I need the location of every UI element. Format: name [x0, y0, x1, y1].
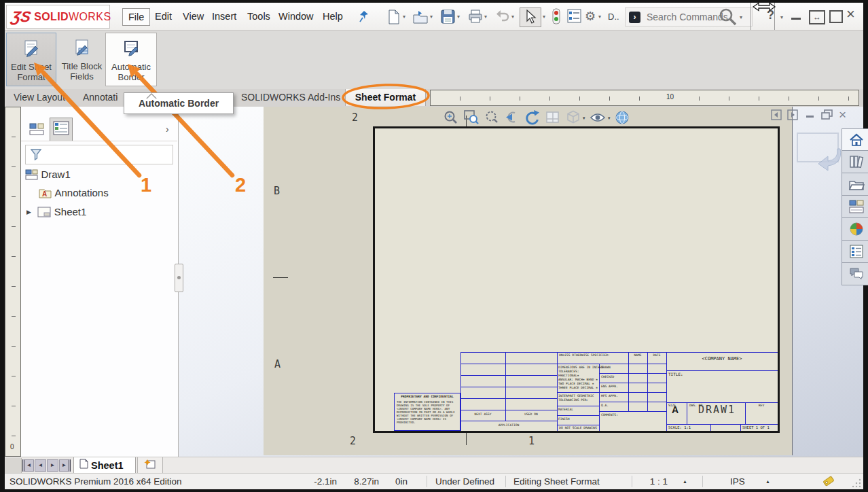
gear-caret-icon[interactable]: ▾ — [598, 14, 601, 20]
close-icon[interactable]: × — [846, 5, 855, 23]
tab-annotation[interactable]: Annotation — [76, 89, 118, 106]
edit-sheet-format-button[interactable]: Edit SheetFormat — [6, 33, 56, 86]
maximize-icon[interactable] — [829, 10, 843, 23]
feature-manager-panel: › Draw1 A Annotations ▶ Sheet1 — [21, 107, 179, 457]
menu-file[interactable]: File — [122, 8, 150, 26]
search-caret-icon[interactable]: ▾ — [740, 14, 742, 20]
taskpane-design-library-icon[interactable] — [842, 151, 868, 173]
drawing-sheet[interactable]: UNLESS OTHERWISE SPECIFIED: NAME DATE DI… — [373, 126, 780, 433]
tag-icon[interactable] — [822, 475, 835, 489]
menu-tools[interactable]: Tools — [242, 8, 276, 24]
save-caret-icon[interactable]: ▾ — [457, 14, 460, 20]
edit-sheet-format-label-2: Format — [17, 72, 45, 82]
drawing-viewport[interactable]: 2 B B A A 2 1 — [264, 107, 793, 455]
tb-checked: CHECKED — [601, 375, 614, 379]
zoom-to-fit-icon[interactable] — [443, 109, 459, 128]
previous-document-icon[interactable] — [771, 109, 782, 123]
first-sheet-button[interactable]: ◄ — [22, 459, 34, 472]
doc-minimize-icon[interactable] — [806, 116, 814, 118]
status-y-coordinate: 8.27in — [345, 476, 379, 487]
taskpane-view-palette-icon[interactable] — [842, 196, 868, 218]
status-scale-value[interactable]: 1 : 1 — [642, 476, 676, 487]
help-caret-icon[interactable]: ▾ — [780, 14, 783, 20]
tab-view-layout[interactable]: View Layout — [7, 89, 72, 106]
expand-window-icon[interactable]: ↔ — [809, 10, 825, 24]
add-sheet-icon — [144, 459, 156, 472]
next-document-icon[interactable] — [787, 109, 798, 123]
tb-line — [460, 410, 557, 410]
search-input[interactable] — [645, 11, 729, 23]
evaluate-list-icon[interactable] — [567, 9, 581, 26]
tree-item-annotations[interactable]: A Annotations — [39, 187, 109, 201]
tree-filter-bar[interactable] — [25, 145, 173, 164]
tab-sheet-format[interactable]: Sheet Format — [345, 89, 426, 106]
taskpane-file-explorer-icon[interactable] — [842, 173, 868, 196]
feature-tree-tab-icon[interactable] — [26, 120, 47, 141]
tb-title-label: TITLE: — [668, 372, 683, 376]
next-sheet-button[interactable]: ► — [47, 459, 58, 472]
panel-expand-chevron-icon[interactable]: › — [166, 124, 169, 135]
automatic-border-button[interactable]: AutomaticBorder — [105, 33, 157, 86]
previous-sheet-button[interactable]: ◄ — [35, 459, 46, 472]
display-style-caret-icon[interactable]: ▾ — [583, 116, 585, 121]
new-document-icon[interactable] — [387, 10, 401, 27]
search-magnifier-icon[interactable] — [718, 7, 738, 30]
rotate-view-icon[interactable] — [524, 109, 541, 128]
taskpane-appearances-icon[interactable] — [842, 218, 868, 241]
expander-icon[interactable]: ▶ — [26, 209, 31, 215]
open-icon[interactable] — [413, 10, 428, 27]
apply-scene-icon[interactable] — [614, 109, 630, 128]
doc-close-icon[interactable]: × — [839, 107, 846, 122]
units-dropdown-icon[interactable]: ▲ — [765, 479, 770, 484]
mouse-cursor-resize-icon — [752, 1, 776, 16]
tree-item-draw1[interactable]: Draw1 — [25, 169, 71, 183]
select-tool-button[interactable] — [520, 7, 541, 27]
menu-window[interactable]: Window — [273, 8, 319, 24]
hide-show-caret-icon[interactable]: ▾ — [608, 116, 611, 121]
more-commands-label[interactable]: D.. — [608, 12, 619, 22]
taskpane-home-icon[interactable] — [842, 128, 868, 151]
print-caret-icon[interactable]: ▾ — [484, 14, 487, 20]
gear-icon[interactable]: ⚙ — [585, 9, 596, 24]
title-block-fields-button[interactable]: Title BlockFields — [60, 33, 104, 85]
select-caret-icon[interactable]: ▾ — [543, 14, 545, 20]
tree-item-sheet1-label: Sheet1 — [54, 206, 87, 217]
save-icon[interactable] — [441, 10, 455, 27]
undo-icon[interactable] — [495, 10, 510, 26]
logo-text: SOLIDWORKS — [34, 11, 111, 23]
property-manager-tab-icon[interactable] — [50, 118, 73, 141]
ruler-h-label: 10 — [665, 93, 675, 101]
taskpane-forum-icon[interactable] — [842, 263, 868, 285]
zoom-to-selection-icon[interactable] — [484, 109, 500, 128]
filter-funnel-icon — [30, 148, 42, 163]
traffic-light-icon[interactable] — [552, 8, 560, 27]
hide-show-items-icon[interactable] — [590, 109, 606, 128]
zone-label-left-a: A — [274, 358, 281, 370]
minimize-icon[interactable] — [791, 18, 801, 20]
edit-sheet-format-icon — [22, 39, 40, 60]
zoom-to-area-icon[interactable] — [463, 109, 480, 128]
scale-dropdown-icon[interactable]: ▲ — [683, 479, 687, 484]
resize-grip[interactable] — [852, 478, 862, 489]
status-units-value[interactable]: IPS — [730, 476, 745, 487]
tb-tol-5: TWO PLACE DECIMAL ± — [558, 382, 594, 386]
menu-insert[interactable]: Insert — [206, 8, 242, 24]
new-caret-icon[interactable]: ▾ — [403, 14, 405, 20]
menu-help[interactable]: Help — [317, 8, 348, 24]
doc-restore-icon[interactable] — [821, 109, 833, 123]
last-sheet-button[interactable]: ► — [59, 459, 71, 472]
menu-view[interactable]: View — [177, 8, 209, 24]
panel-splitter-handle[interactable] — [175, 264, 183, 292]
pin-icon[interactable] — [358, 10, 370, 26]
add-sheet-tab[interactable] — [137, 457, 163, 474]
tb-tol-2: TOLERANCES: — [558, 370, 579, 374]
print-icon[interactable] — [468, 10, 483, 27]
open-caret-icon[interactable]: ▾ — [430, 14, 433, 20]
menu-edit[interactable]: Edit — [149, 8, 177, 24]
tab-solidworks-add-ins[interactable]: SOLIDWORKS Add-Ins — [234, 89, 347, 106]
previous-view-icon[interactable] — [504, 109, 520, 128]
tree-item-sheet1[interactable]: ▶ Sheet1 — [26, 206, 86, 220]
sheet1-tab[interactable]: Sheet1 — [73, 457, 136, 474]
taskpane-custom-properties-icon[interactable] — [842, 241, 868, 263]
undo-caret-icon[interactable]: ▾ — [511, 14, 514, 20]
